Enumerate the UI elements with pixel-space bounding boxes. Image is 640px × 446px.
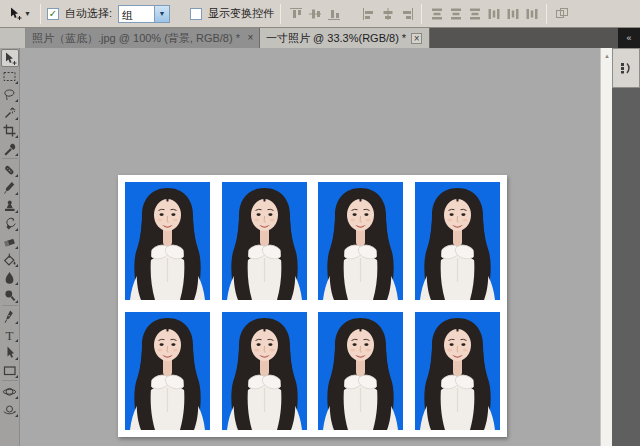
align-horizontal-centers-icon[interactable] (379, 5, 396, 22)
document-tab-2[interactable]: 一寸照片 @ 33.3%(RGB/8) *× (260, 28, 430, 48)
tool-flyout-arrow-icon (15, 282, 18, 285)
tool-flyout-arrow-icon (15, 153, 18, 156)
vertical-scrollbar[interactable]: ▲ (600, 48, 612, 446)
3d-orbit-tool[interactable] (1, 400, 19, 418)
show-transform-label: 显示变换控件 (208, 6, 274, 21)
tool-separator (2, 158, 18, 159)
3d-rotate-tool[interactable] (1, 382, 19, 400)
show-transform-checkbox[interactable] (190, 8, 202, 20)
paint-bucket-tool[interactable] (1, 250, 19, 268)
expand-panels-button[interactable] (612, 48, 640, 88)
tool-separator (2, 305, 18, 306)
dodge-tool[interactable] (1, 286, 19, 304)
spot-healing-brush-tool[interactable] (1, 160, 19, 178)
id-photo-4[interactable] (415, 182, 500, 300)
expand-panels-icon (618, 60, 634, 76)
distribute-top-edges-icon[interactable] (428, 5, 445, 22)
tab-close-icon[interactable]: × (411, 33, 422, 44)
rectangle-tool[interactable] (1, 361, 19, 379)
auto-select-checkbox[interactable]: ✓ (47, 8, 59, 20)
blur-tool[interactable] (1, 268, 19, 286)
id-photo-1[interactable] (125, 182, 210, 300)
tab-close-icon[interactable]: × (245, 33, 256, 44)
distribute-vertical-centers-icon[interactable] (447, 5, 464, 22)
tool-flyout-arrow-icon (15, 264, 18, 267)
auto-select-dropdown[interactable]: 组 ▼ (118, 5, 170, 23)
distribute-right-edges-icon[interactable] (523, 5, 540, 22)
auto-select-label: 自动选择: (65, 6, 112, 21)
move-tool-icon[interactable]: ▼ (4, 5, 34, 22)
tool-flyout-arrow-icon (15, 174, 18, 177)
eyedropper-tool[interactable] (1, 139, 19, 157)
brush-tool[interactable] (1, 178, 19, 196)
id-photo-8[interactable] (415, 312, 500, 430)
collapsed-panel-dock (612, 48, 640, 446)
tool-flyout-arrow-icon (15, 339, 18, 342)
tool-flyout-arrow-icon (15, 396, 18, 399)
id-photo-6[interactable] (222, 312, 307, 430)
tool-flyout-arrow-icon (15, 117, 18, 120)
move-cursor-icon (7, 6, 22, 21)
tool-flyout-arrow-icon (15, 375, 18, 378)
tool-flyout-arrow-icon (15, 321, 18, 324)
photoshop-window: ▼ ✓ 自动选择: 组 ▼ 显示变换控件 照片（蓝底）.jpg @ 100% (… (0, 0, 640, 446)
id-photo-5[interactable] (125, 312, 210, 430)
auto-select-value: 组 (119, 6, 154, 22)
pen-tool[interactable] (1, 307, 19, 325)
clone-stamp-tool[interactable] (1, 196, 19, 214)
tool-preset-arrow-icon[interactable]: ▼ (24, 10, 31, 17)
magic-wand-tool[interactable] (1, 103, 19, 121)
tab-label: 一寸照片 @ 33.3%(RGB/8) * (266, 31, 406, 46)
lasso-tool[interactable] (1, 85, 19, 103)
tool-flyout-arrow-icon (15, 99, 18, 102)
tab-label: 照片（蓝底）.jpg @ 100% (背景, RGB/8) * (32, 31, 240, 46)
photo-sheet-document[interactable] (118, 175, 507, 437)
crop-tool[interactable] (1, 121, 19, 139)
align-top-edges-icon[interactable] (287, 5, 304, 22)
canvas-area[interactable] (20, 48, 600, 446)
tool-flyout-arrow-icon (15, 210, 18, 213)
dropdown-arrow-icon[interactable]: ▼ (154, 6, 169, 22)
tool-flyout-arrow-icon (15, 192, 18, 195)
eraser-tool[interactable] (1, 232, 19, 250)
distribute-left-edges-icon[interactable] (485, 5, 502, 22)
tool-flyout-arrow-icon (15, 300, 18, 303)
align-vertical-centers-icon[interactable] (306, 5, 323, 22)
tab-bar-fill (430, 28, 618, 48)
auto-align-layers-icon[interactable] (553, 5, 570, 22)
align-icons-group (287, 5, 342, 22)
distribute-horizontal-centers-icon[interactable] (504, 5, 521, 22)
tab-bar-left-pad (0, 28, 26, 48)
distribute-icons-group (428, 5, 540, 22)
tool-flyout-arrow-icon (15, 228, 18, 231)
separator (421, 4, 422, 24)
id-photo-7[interactable] (318, 312, 403, 430)
tool-flyout-arrow-icon (15, 135, 18, 138)
move-tool[interactable] (1, 49, 19, 67)
align-icons-group (360, 5, 415, 22)
distribute-bottom-edges-icon[interactable] (466, 5, 483, 22)
rectangular-marquee-tool[interactable] (1, 67, 19, 85)
align-right-edges-icon[interactable] (398, 5, 415, 22)
svg-text:T: T (6, 327, 14, 342)
tool-flyout-arrow-icon (15, 246, 18, 249)
tool-flyout-arrow-icon (15, 414, 18, 417)
tool-flyout-arrow-icon (15, 357, 18, 360)
align-left-edges-icon[interactable] (360, 5, 377, 22)
auto-align-group (553, 5, 570, 22)
document-tab-bar: 照片（蓝底）.jpg @ 100% (背景, RGB/8) *×一寸照片 @ 3… (0, 28, 640, 48)
id-photo-3[interactable] (318, 182, 403, 300)
document-tab-1[interactable]: 照片（蓝底）.jpg @ 100% (背景, RGB/8) *× (26, 28, 260, 48)
id-photo-2[interactable] (222, 182, 307, 300)
type-tool[interactable]: T (1, 325, 19, 343)
tool-separator (2, 380, 18, 381)
align-bottom-edges-icon[interactable] (325, 5, 342, 22)
options-bar: ▼ ✓ 自动选择: 组 ▼ 显示变换控件 (0, 0, 640, 28)
separator (546, 4, 547, 24)
panel-corner-chevron-icon[interactable]: « (618, 28, 640, 48)
history-brush-tool[interactable] (1, 214, 19, 232)
toolbox: T (0, 48, 20, 446)
separator (40, 4, 41, 24)
path-selection-tool[interactable] (1, 343, 19, 361)
separator (280, 4, 281, 24)
